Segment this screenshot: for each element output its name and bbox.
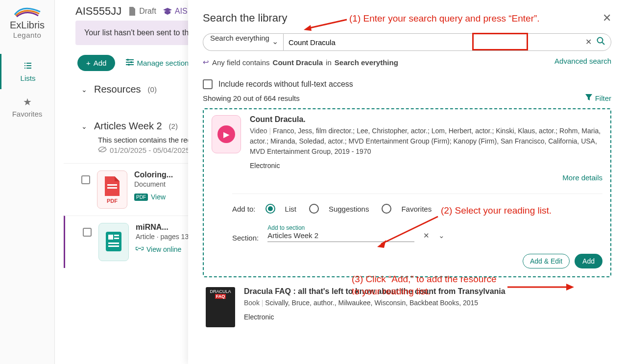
result-count: Showing 20 out of 664 results bbox=[203, 94, 300, 102]
radio-list-label: List bbox=[285, 205, 296, 213]
crumb-scope: Search everything bbox=[335, 58, 398, 67]
add-button-label: Add bbox=[94, 59, 107, 67]
radio-favorites-label: Favorites bbox=[401, 205, 432, 213]
item-checkbox[interactable] bbox=[81, 175, 90, 184]
add-button[interactable]: + Add bbox=[77, 55, 115, 71]
svg-rect-9 bbox=[114, 238, 119, 239]
search-result-selected: ▶ Count Dracula. Video | Franco, Jess, f… bbox=[203, 108, 611, 277]
section-select-row: Section: Add to section Articles Week 2 … bbox=[232, 224, 602, 242]
result-format: Electronic bbox=[250, 162, 602, 170]
document-icon bbox=[128, 7, 136, 16]
draft-chip: Draft bbox=[128, 7, 156, 16]
more-details-link[interactable]: More details bbox=[212, 173, 602, 182]
result-format: Electronic bbox=[244, 313, 608, 321]
add-button-panel[interactable]: Add bbox=[575, 254, 602, 268]
search-crumb: ↩ Any field contains Count Dracula in Se… bbox=[203, 58, 611, 67]
section-resources-name: Resources bbox=[94, 84, 141, 95]
nav-favorites-label: Favorites bbox=[12, 110, 43, 118]
draft-label: Draft bbox=[139, 7, 156, 16]
include-no-fulltext[interactable]: Include records without full-text access bbox=[203, 79, 611, 89]
search-icon[interactable] bbox=[597, 37, 605, 48]
view-link[interactable]: PDF View bbox=[134, 193, 173, 201]
book-thumbnail: DRACULA FAQ bbox=[206, 287, 235, 327]
item-meta: Document bbox=[134, 180, 173, 188]
svg-point-12 bbox=[598, 38, 603, 43]
search-panel: Search the library ✕ Search everything ✕… bbox=[188, 0, 626, 364]
filter-icon bbox=[585, 94, 592, 102]
crumb-pre: Any field contains bbox=[212, 58, 270, 67]
result-type: Book bbox=[244, 299, 260, 307]
manage-sections-link[interactable]: Manage sections bbox=[126, 59, 192, 67]
thumb-tag: FAQ bbox=[215, 294, 226, 299]
article-icon bbox=[104, 230, 123, 253]
star-icon: ★ bbox=[0, 96, 54, 108]
svg-rect-6 bbox=[106, 232, 121, 251]
crumb-mid: in bbox=[326, 58, 332, 67]
view-label: View bbox=[151, 193, 166, 201]
section-label: Section: bbox=[232, 234, 259, 242]
result-meta: Scivally, Bruce, author., Milwaukee, Wis… bbox=[265, 299, 478, 307]
advanced-search-link[interactable]: Advanced search bbox=[554, 57, 611, 65]
section-week2-name: Articles Week 2 bbox=[94, 121, 162, 132]
include-label: Include records without full-text access bbox=[218, 80, 353, 89]
chevron-down-icon[interactable]: ⌄ bbox=[438, 231, 445, 240]
search-result[interactable]: DRACULA FAQ Dracula FAQ : all that's lef… bbox=[203, 287, 611, 327]
list-icon bbox=[1, 61, 54, 72]
visibility-off-icon bbox=[98, 146, 107, 154]
plus-icon: + bbox=[86, 59, 91, 67]
video-thumbnail: ▶ bbox=[212, 115, 241, 153]
article-thumbnail bbox=[98, 223, 129, 261]
add-and-edit-button[interactable]: Add & Edit bbox=[523, 254, 570, 268]
pdf-file-icon bbox=[103, 175, 121, 197]
section-select[interactable]: Add to section Articles Week 2 bbox=[267, 224, 414, 242]
svg-point-0 bbox=[127, 59, 129, 61]
nav-lists[interactable]: Lists bbox=[0, 54, 54, 89]
add-to-row: Add to: List Suggestions Favorites bbox=[232, 194, 602, 214]
svg-rect-10 bbox=[108, 243, 119, 244]
item-checkbox[interactable] bbox=[83, 228, 92, 237]
thumb-top-text: DRACULA bbox=[206, 289, 235, 294]
chevron-down-icon: ⌄ bbox=[81, 122, 87, 130]
section-week2-count: (2) bbox=[169, 122, 178, 130]
search-input[interactable] bbox=[283, 33, 611, 51]
svg-rect-5 bbox=[107, 187, 117, 189]
radio-favorites[interactable] bbox=[382, 204, 391, 214]
nav-favorites[interactable]: ★ Favorites bbox=[0, 89, 54, 125]
filter-link[interactable]: Filter bbox=[585, 94, 611, 102]
view-online-label: View online bbox=[146, 245, 181, 253]
pdf-badge-icon: PDF bbox=[134, 194, 148, 201]
link-icon bbox=[136, 245, 144, 253]
close-icon[interactable]: ✕ bbox=[602, 12, 611, 24]
brand-product: Leganto bbox=[5, 31, 49, 39]
svg-line-13 bbox=[602, 43, 605, 45]
result-meta: Franco, Jess, film director.; Lee, Chris… bbox=[250, 127, 601, 155]
result-title[interactable]: Dracula FAQ : all that's left to know ab… bbox=[244, 287, 608, 296]
brand-name: ExLibris bbox=[5, 20, 49, 31]
graduation-cap-icon bbox=[163, 8, 172, 15]
ais-chip-label: AIS bbox=[175, 7, 188, 16]
result-type: Video bbox=[250, 127, 267, 135]
checkbox[interactable] bbox=[203, 79, 213, 89]
pdf-badge-text: PDF bbox=[107, 198, 118, 204]
crumb-query: Count Dracula bbox=[273, 58, 323, 67]
clear-icon[interactable]: ✕ bbox=[585, 37, 592, 47]
clear-section-icon[interactable]: ✕ bbox=[423, 231, 430, 240]
chevron-down-icon: ⌄ bbox=[81, 86, 87, 94]
svg-rect-11 bbox=[108, 245, 119, 247]
course-code: AIS555JJ bbox=[75, 5, 121, 18]
search-row: Search everything ✕ bbox=[203, 33, 611, 51]
svg-point-1 bbox=[130, 61, 132, 63]
radio-suggestions[interactable] bbox=[309, 204, 319, 214]
section-select-small-label: Add to section bbox=[267, 224, 414, 231]
result-title[interactable]: Count Dracula. bbox=[250, 115, 602, 124]
filter-label: Filter bbox=[595, 94, 611, 102]
left-sidebar: ExLibris Leganto Lists ★ Favorites bbox=[0, 0, 55, 364]
search-scope-select[interactable]: Search everything bbox=[203, 33, 283, 51]
manage-sections-label: Manage sections bbox=[137, 59, 192, 67]
svg-rect-7 bbox=[108, 235, 113, 240]
radio-list[interactable] bbox=[265, 204, 275, 214]
svg-point-2 bbox=[128, 64, 130, 66]
search-scope-label: Search everything bbox=[210, 34, 269, 42]
back-arrow-icon[interactable]: ↩ bbox=[203, 58, 209, 67]
add-to-label: Add to: bbox=[232, 205, 256, 213]
